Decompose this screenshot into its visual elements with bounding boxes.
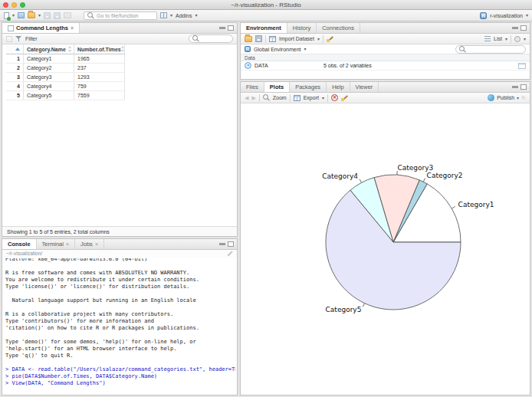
maximize-pane-icon[interactable]	[521, 84, 527, 90]
close-tab-icon[interactable]: ×	[66, 241, 69, 247]
environment-search-input[interactable]	[468, 47, 522, 52]
row-index: 2	[6, 64, 24, 72]
table-row[interactable]: 3 Category3 1293	[6, 73, 125, 82]
plots-panel: Files Plots Packages Help Viewer ◀ ▶	[240, 81, 530, 395]
export-caret-icon[interactable]: ▾	[322, 96, 324, 100]
expand-object-icon[interactable]	[245, 62, 251, 69]
maximize-pane-icon[interactable]	[521, 25, 527, 31]
tab-plots[interactable]: Plots	[264, 82, 290, 92]
column-header-number-of-times[interactable]: Number.of.Times	[74, 44, 125, 54]
previous-plot-icon[interactable]: ◀	[245, 95, 248, 101]
clear-environment-icon[interactable]	[327, 35, 334, 42]
tab-viewer[interactable]: Viewer	[350, 82, 379, 92]
cell-number-of-times: 1965	[74, 54, 125, 63]
goto-file-box[interactable]	[84, 11, 157, 20]
cell-number-of-times: 237	[74, 64, 125, 72]
tab-connections[interactable]: Connections	[317, 23, 360, 33]
column-header-category-name[interactable]: Category.Name	[24, 44, 74, 54]
new-project-icon[interactable]	[18, 12, 25, 18]
filter-icon[interactable]	[15, 35, 22, 42]
column-header-index[interactable]	[6, 44, 24, 54]
export-button[interactable]: Export	[304, 95, 319, 100]
minimize-pane-icon[interactable]	[512, 86, 518, 88]
tab-help[interactable]: Help	[327, 82, 350, 92]
panes-caret-icon[interactable]: ▾	[170, 13, 172, 18]
addins-caret-icon[interactable]: ▾	[195, 13, 197, 18]
publish-button[interactable]: Publish	[497, 95, 514, 100]
pencil-icon[interactable]	[226, 251, 233, 258]
refresh-caret-icon[interactable]: ▾	[524, 37, 526, 41]
tab-terminal[interactable]: Terminal ×	[37, 239, 75, 249]
tab-environment[interactable]: Environment	[241, 23, 287, 33]
main-toolbar: ▾ ▾ ▾ Addins ▾ R r-visualization ▾	[0, 10, 532, 21]
refresh-environment-icon[interactable]	[514, 36, 521, 42]
export-plot-icon[interactable]	[294, 95, 300, 101]
pie-label-tick	[363, 303, 364, 307]
list-view-button[interactable]: List	[494, 36, 502, 41]
table-row[interactable]: 2 Category2 237	[6, 64, 125, 73]
zoom-plot-icon[interactable]	[263, 94, 270, 101]
load-workspace-icon[interactable]	[245, 36, 252, 42]
tab-history[interactable]: History	[287, 23, 317, 33]
table-row[interactable]: 1 Category1 1965	[6, 54, 125, 64]
new-file-icon[interactable]	[4, 12, 9, 19]
import-dataset-icon[interactable]	[269, 36, 276, 42]
goto-file-input[interactable]	[97, 13, 153, 18]
print-icon[interactable]	[64, 12, 71, 18]
zoom-button[interactable]: Zoom	[273, 95, 287, 100]
table-search-box[interactable]	[189, 34, 233, 43]
clear-all-plots-icon[interactable]	[341, 94, 349, 101]
maximize-pane-icon[interactable]	[228, 241, 234, 247]
addins-button[interactable]: Addins	[176, 13, 192, 18]
table-search-input[interactable]	[202, 36, 229, 41]
console-line	[5, 263, 235, 270]
tab-console[interactable]: Console	[2, 239, 37, 249]
project-menu-button[interactable]: r-visualization	[490, 13, 523, 18]
next-plot-icon[interactable]: ▶	[251, 95, 255, 101]
tab-packages[interactable]: Packages	[290, 82, 327, 92]
search-icon	[87, 12, 94, 19]
console-output[interactable]: Platform: x86_64-apple-darwin13.6.0 (64-…	[5, 258, 235, 393]
list-view-icon[interactable]	[484, 36, 491, 41]
console-prompt-line[interactable]: >	[5, 387, 235, 393]
open-recent-caret-icon[interactable]: ▾	[38, 13, 41, 18]
filter-button[interactable]: Filter	[25, 36, 38, 41]
save-all-icon[interactable]	[54, 12, 61, 19]
import-caret-icon[interactable]: ▾	[317, 37, 320, 41]
import-dataset-button[interactable]: Import Dataset	[279, 36, 314, 41]
publish-icon[interactable]	[488, 94, 494, 101]
open-file-icon[interactable]	[28, 12, 35, 18]
tab-files[interactable]: Files	[241, 82, 264, 92]
tab-jobs[interactable]: Jobs ×	[75, 239, 104, 249]
minimize-pane-icon[interactable]	[219, 27, 225, 29]
project-caret-icon[interactable]: ▾	[526, 13, 528, 18]
remove-plot-icon[interactable]: ✕	[331, 94, 338, 101]
workspace-panes-icon[interactable]	[160, 12, 167, 18]
close-tab-icon[interactable]: ×	[71, 25, 74, 31]
table-row[interactable]: 4 Category4 759	[6, 82, 125, 91]
scope-selector[interactable]: Global Environment	[254, 47, 300, 52]
pie-chart: Category1Category2Category3Category4Cate…	[241, 103, 530, 395]
environment-object-row[interactable]: DATA 5 obs. of 2 variables	[241, 61, 530, 71]
scope-caret-icon[interactable]: ▾	[304, 47, 306, 51]
pie-label-tick	[360, 179, 362, 183]
save-icon[interactable]	[44, 12, 51, 19]
environment-search-box[interactable]	[455, 45, 526, 54]
row-index: 4	[6, 82, 24, 90]
minimize-pane-icon[interactable]	[512, 27, 518, 29]
list-caret-icon[interactable]: ▾	[505, 37, 507, 41]
tab-command-lengths[interactable]: Command Lengths ×	[2, 23, 80, 33]
new-file-caret-icon[interactable]: ▾	[12, 13, 15, 18]
publish-caret-icon[interactable]: ▾	[517, 96, 519, 100]
refresh-plot-icon[interactable]: ↻	[521, 95, 526, 101]
view-table-icon[interactable]	[518, 63, 526, 69]
table-row[interactable]: 5 Category5 7559	[6, 91, 125, 100]
view-options-icon[interactable]	[6, 36, 12, 42]
environment-panel: Environment History Connections Import D…	[240, 22, 530, 80]
minimize-pane-icon[interactable]	[219, 243, 225, 245]
save-workspace-icon[interactable]	[255, 35, 262, 42]
environment-toolbar: Import Dataset ▾ List ▾ ▾	[241, 34, 530, 44]
close-tab-icon[interactable]: ×	[95, 241, 98, 247]
console-command: > pie(DATA$Number.of.Times, DATA$Categor…	[5, 373, 235, 380]
maximize-pane-icon[interactable]	[228, 25, 234, 31]
